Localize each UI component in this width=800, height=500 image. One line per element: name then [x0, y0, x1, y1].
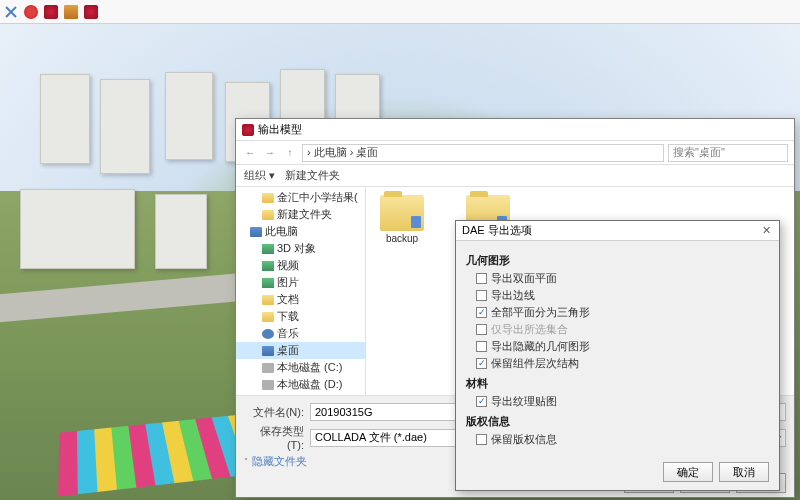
dialog-nav: ← → ↑ › 此电脑 › 桌面 搜索"桌面": [236, 141, 794, 165]
search-input[interactable]: 搜索"桌面": [668, 144, 788, 162]
tree-item[interactable]: 桌面: [236, 342, 365, 359]
img-icon: [262, 244, 274, 254]
checkbox[interactable]: [476, 358, 487, 369]
opt-hidden: 仅导出所选集合: [466, 321, 769, 338]
red-dot-icon[interactable]: [24, 5, 38, 19]
breadcrumb[interactable]: › 此电脑 › 桌面: [302, 144, 664, 162]
opt-preserve-hierarchy[interactable]: 保留组件层次结构: [466, 355, 769, 372]
building: [40, 74, 90, 164]
tree-item-label: 图片: [277, 275, 299, 290]
opt-texture[interactable]: 导出纹理贴图: [466, 393, 769, 410]
opt-credits[interactable]: 保留版权信息: [466, 431, 769, 448]
filename-label: 文件名(N):: [244, 405, 304, 420]
pc-icon: [262, 346, 274, 356]
scissors-icon[interactable]: [4, 5, 18, 19]
tree-item-label: 新建文件夹: [277, 207, 332, 222]
building: [165, 72, 213, 160]
dialog-title: 输出模型: [258, 122, 302, 137]
app-icon: [242, 124, 254, 136]
nav-fwd-icon[interactable]: →: [262, 145, 278, 161]
opt-hierarchy[interactable]: 导出隐藏的几何图形: [466, 338, 769, 355]
tree-item-label: 此电脑: [265, 224, 298, 239]
dae-cancel-button[interactable]: 取消: [719, 462, 769, 482]
tree-item-label: 3D 对象: [277, 241, 316, 256]
file-label: backup: [386, 233, 418, 244]
tree-item-label: 本地磁盘 (D:): [277, 377, 342, 392]
disk-icon: [262, 363, 274, 373]
tree-item[interactable]: 此电脑: [236, 223, 365, 240]
tree-item-label: 下载: [277, 309, 299, 324]
tree-item[interactable]: 本地磁盘 (C:): [236, 359, 365, 376]
ruby-icon-2[interactable]: [84, 5, 98, 19]
savetype-label: 保存类型(T):: [244, 424, 304, 451]
tree-item[interactable]: 图片: [236, 274, 365, 291]
nav-up-icon[interactable]: ↑: [282, 145, 298, 161]
credits-heading: 版权信息: [466, 414, 769, 429]
tree-item[interactable]: 新建文件夹: [236, 206, 365, 223]
img-icon: [262, 261, 274, 271]
tree-item-label: 桌面: [277, 343, 299, 358]
checkbox[interactable]: [476, 290, 487, 301]
tree-item-label: 音乐: [277, 326, 299, 341]
img-icon: [262, 278, 274, 288]
file-item[interactable]: backup: [374, 195, 430, 244]
folder-tree[interactable]: 金汇中小学结果(新建文件夹此电脑3D 对象视频图片文档下载音乐桌面本地磁盘 (C…: [236, 187, 366, 395]
new-folder-button[interactable]: 新建文件夹: [285, 168, 340, 183]
folder-icon: [262, 210, 274, 220]
music-icon: [262, 329, 274, 339]
tree-item-label: 金汇中小学结果(: [277, 190, 358, 205]
tree-item[interactable]: 下载: [236, 308, 365, 325]
checkbox[interactable]: [476, 396, 487, 407]
building: [100, 79, 150, 174]
building: [155, 194, 207, 269]
tree-item[interactable]: 文档: [236, 291, 365, 308]
tree-item[interactable]: 金汇中小学结果(: [236, 189, 365, 206]
checkbox[interactable]: [476, 273, 487, 284]
tree-item-label: 文档: [277, 292, 299, 307]
checkbox[interactable]: [476, 307, 487, 318]
chevron-up-icon: ˄: [244, 457, 248, 466]
opt-triangulate[interactable]: 全部平面分为三角形: [466, 304, 769, 321]
dialog-titlebar: 输出模型: [236, 119, 794, 141]
dialog-toolbar: 组织 ▾ 新建文件夹: [236, 165, 794, 187]
material-heading: 材料: [466, 376, 769, 391]
folder-icon: [380, 195, 424, 231]
folder-icon: [262, 193, 274, 203]
tree-item[interactable]: 音乐: [236, 325, 365, 342]
geometry-heading: 几何图形: [466, 253, 769, 268]
checkbox[interactable]: [476, 341, 487, 352]
ok-button[interactable]: 确定: [663, 462, 713, 482]
disk-icon: [262, 380, 274, 390]
pc-icon: [250, 227, 262, 237]
ruby-icon[interactable]: [44, 5, 58, 19]
tree-item-label: 视频: [277, 258, 299, 273]
nav-back-icon[interactable]: ←: [242, 145, 258, 161]
tree-item-label: 本地磁盘 (C:): [277, 360, 342, 375]
dae-options-dialog: DAE 导出选项 ✕ 几何图形 导出双面平面 导出边线 全部平面分为三角形 仅导…: [455, 220, 780, 491]
opt-edges[interactable]: 导出边线: [466, 287, 769, 304]
checkbox: [476, 324, 487, 335]
building: [20, 189, 135, 269]
dae-title-text: DAE 导出选项: [462, 223, 532, 238]
folder-icon: [262, 312, 274, 322]
folder-icon: [262, 295, 274, 305]
checkbox[interactable]: [476, 434, 487, 445]
close-icon[interactable]: ✕: [759, 224, 773, 238]
organize-menu[interactable]: 组织 ▾: [244, 168, 275, 183]
tree-item[interactable]: 本地磁盘 (D:): [236, 376, 365, 393]
app-toolbar: [0, 0, 800, 24]
opt-two-sided[interactable]: 导出双面平面: [466, 270, 769, 287]
tree-item[interactable]: 3D 对象: [236, 240, 365, 257]
tree-item[interactable]: 视频: [236, 257, 365, 274]
dae-titlebar: DAE 导出选项 ✕: [456, 221, 779, 241]
cube-icon[interactable]: [64, 5, 78, 19]
